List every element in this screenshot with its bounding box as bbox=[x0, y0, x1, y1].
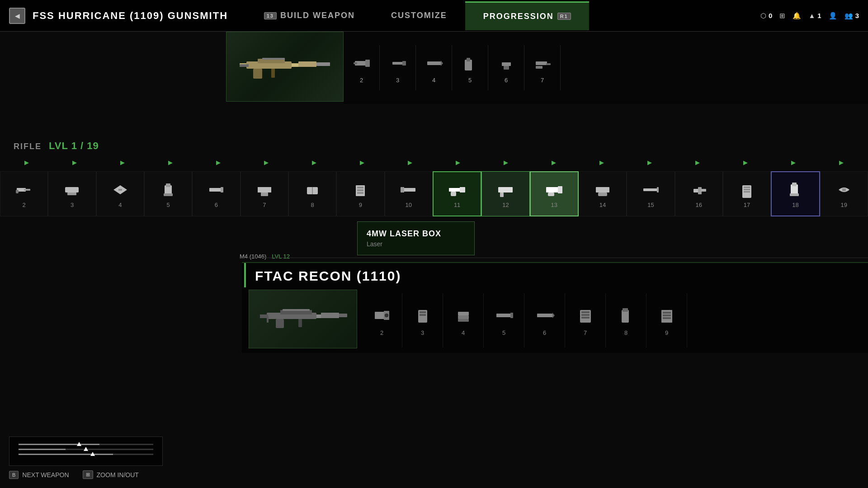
svg-rect-83 bbox=[420, 314, 426, 316]
ftac-slot-9[interactable]: 9 bbox=[646, 293, 687, 347]
unlock-slot-14-icon bbox=[593, 180, 613, 200]
unlock-slot-13[interactable]: 13 bbox=[530, 171, 579, 216]
grid-button[interactable]: ⊞ bbox=[779, 12, 785, 20]
header-left: ◀ FSS HURRICANE (1109) GUNSMITH bbox=[9, 8, 228, 24]
prog-dot-3 bbox=[118, 159, 127, 165]
unlock-slot-10-icon bbox=[399, 180, 419, 200]
ftac-slot-6-icon bbox=[533, 304, 556, 327]
ftac-slot-8[interactable]: 8 bbox=[606, 293, 646, 347]
unlock-slot-8-num: 8 bbox=[311, 202, 314, 208]
ftac-attachment-slots: 2 3 4 5 bbox=[362, 287, 868, 353]
unlock-slot-19-icon bbox=[834, 180, 854, 200]
unlock-slot-2-num: 2 bbox=[23, 202, 26, 208]
notification-button[interactable]: 🔔 bbox=[793, 12, 801, 20]
unlock-slot-10[interactable]: 10 bbox=[385, 171, 433, 216]
currency-display: ⬡ 0 bbox=[760, 12, 772, 20]
nav-progression[interactable]: PROGRESSION R1 bbox=[465, 1, 589, 30]
unlock-slot-4[interactable]: 4 bbox=[96, 171, 144, 216]
svg-rect-65 bbox=[792, 183, 797, 186]
svg-rect-73 bbox=[339, 314, 347, 317]
unlock-slot-17-num: 17 bbox=[744, 202, 750, 208]
unlock-slot-12[interactable]: 12 bbox=[481, 171, 529, 216]
unlock-slot-14[interactable]: 14 bbox=[579, 171, 627, 216]
unlock-slot-3[interactable]: 3 bbox=[48, 171, 96, 216]
top-slot-4-num: 4 bbox=[432, 77, 435, 84]
sub-weapon-name: M4 (1046) bbox=[240, 253, 266, 260]
svg-rect-94 bbox=[581, 317, 590, 319]
svg-rect-82 bbox=[420, 311, 426, 313]
header: ◀ FSS HURRICANE (1109) GUNSMITH 13 BUILD… bbox=[0, 0, 868, 32]
svg-rect-5 bbox=[316, 62, 330, 66]
svg-rect-22 bbox=[536, 66, 542, 69]
top-slot-4[interactable]: 4 bbox=[416, 45, 452, 90]
svg-rect-27 bbox=[67, 192, 76, 195]
prog-dot-12 bbox=[550, 159, 558, 165]
prog-dot-5 bbox=[214, 159, 222, 165]
ftac-section: FTAC RECON (1110) bbox=[242, 262, 868, 353]
unlock-slot-14-num: 14 bbox=[599, 202, 606, 208]
ftac-slot-2[interactable]: 2 bbox=[362, 293, 402, 347]
svg-rect-40 bbox=[357, 187, 363, 188]
svg-rect-24 bbox=[24, 189, 30, 191]
svg-rect-41 bbox=[357, 189, 363, 191]
unlock-slot-18[interactable]: 18 bbox=[771, 171, 820, 216]
zoom-key: ⊞ bbox=[83, 470, 93, 479]
top-slot-6[interactable]: 6 bbox=[488, 45, 524, 90]
prog-dot-1 bbox=[23, 159, 31, 165]
unlock-slot-9-icon bbox=[350, 180, 370, 200]
unlock-slot-12-icon bbox=[495, 180, 515, 200]
top-slot-2[interactable]: 2 bbox=[344, 45, 380, 90]
ftac-slot-2-icon bbox=[371, 304, 393, 327]
unlock-slot-2[interactable]: 2 bbox=[0, 171, 48, 216]
unlock-slot-13-num: 13 bbox=[551, 202, 557, 208]
ftac-slot-3[interactable]: 3 bbox=[402, 293, 443, 347]
weapon-preview-area: 2 3 4 5 bbox=[226, 32, 868, 104]
nav-build-weapon[interactable]: 13 BUILD WEAPON bbox=[246, 2, 373, 29]
top-attachment-slots: 2 3 4 5 bbox=[344, 32, 868, 104]
control-hints: B NEXT WEAPON ⊞ ZOOM IN/OUT bbox=[9, 470, 163, 479]
top-slot-5-icon bbox=[459, 52, 481, 75]
grid-icon: ⊞ bbox=[779, 12, 785, 20]
unlock-slot-17[interactable]: 17 bbox=[723, 171, 771, 216]
svg-rect-67 bbox=[842, 188, 846, 191]
ftac-slot-7[interactable]: 7 bbox=[565, 293, 606, 347]
unlock-slot-16[interactable]: 16 bbox=[675, 171, 723, 216]
unlock-slot-7[interactable]: 7 bbox=[241, 171, 288, 216]
svg-rect-51 bbox=[558, 186, 562, 193]
top-slot-3[interactable]: 3 bbox=[380, 45, 416, 90]
stat-marker-1 bbox=[77, 442, 81, 446]
unlock-slot-6-num: 6 bbox=[215, 202, 218, 208]
back-button[interactable]: ◀ bbox=[9, 8, 25, 24]
unlock-slot-18-num: 18 bbox=[792, 202, 798, 208]
svg-rect-50 bbox=[546, 187, 560, 192]
stat-track-2 bbox=[19, 449, 153, 450]
unlock-slot-5[interactable]: 5 bbox=[144, 171, 192, 216]
level-section: RIFLE LVL 1 / 19 bbox=[0, 140, 868, 216]
stat-bars bbox=[9, 436, 163, 466]
unlock-slot-6-icon bbox=[206, 180, 226, 200]
prog-dot-10 bbox=[454, 159, 462, 165]
top-slot-5[interactable]: 5 bbox=[452, 45, 488, 90]
ftac-slot-6[interactable]: 6 bbox=[524, 293, 565, 347]
svg-rect-98 bbox=[663, 312, 671, 314]
header-right: ⬡ 0 ⊞ 🔔 ▲ 1 👤 👥 3 bbox=[760, 12, 859, 20]
svg-rect-44 bbox=[401, 187, 404, 192]
unlock-slot-9[interactable]: 9 bbox=[336, 171, 384, 216]
top-slot-7[interactable]: 7 bbox=[524, 45, 561, 90]
svg-rect-42 bbox=[357, 192, 363, 194]
bell-icon: 🔔 bbox=[793, 12, 801, 20]
stat-bar-2 bbox=[19, 449, 153, 450]
svg-rect-99 bbox=[663, 314, 671, 316]
svg-rect-29 bbox=[118, 189, 122, 191]
unlock-slot-11[interactable]: 11 bbox=[433, 171, 481, 216]
unlock-slot-4-num: 4 bbox=[118, 202, 122, 208]
unlock-slot-6[interactable]: 6 bbox=[192, 171, 240, 216]
nav-customize[interactable]: CUSTOMIZE bbox=[373, 2, 465, 29]
unlock-slot-8[interactable]: 8 bbox=[288, 171, 336, 216]
ftac-slot-4[interactable]: 4 bbox=[443, 293, 484, 347]
svg-rect-13 bbox=[402, 61, 406, 66]
unlock-slot-15[interactable]: 15 bbox=[627, 171, 675, 216]
svg-rect-93 bbox=[581, 314, 590, 316]
unlock-slot-19[interactable]: 19 bbox=[820, 171, 868, 216]
ftac-slot-5[interactable]: 5 bbox=[484, 293, 524, 347]
